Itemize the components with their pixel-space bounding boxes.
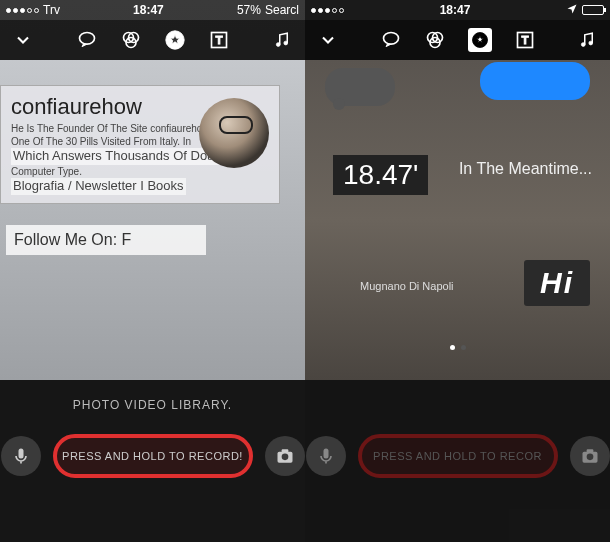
bottom-controls: PHOTO VIDEO LIBRARY. PRESS AND HOLD TO R… — [0, 380, 305, 542]
status-bar: 18:47 — [305, 0, 610, 20]
chat-icon[interactable] — [380, 29, 402, 51]
chevron-down-icon[interactable] — [12, 29, 34, 51]
svg-rect-25 — [586, 449, 593, 452]
status-bar: Trv 18:47 57% Searcl — [0, 0, 305, 20]
screen-left: Trv 18:47 57% Searcl T — [0, 0, 305, 542]
svg-point-20 — [581, 43, 585, 47]
battery-percent: 57% — [237, 3, 261, 17]
top-toolbar: T — [0, 20, 305, 60]
svg-point-24 — [586, 454, 593, 461]
hi-sticker[interactable]: Hi — [524, 260, 590, 306]
avatar — [199, 98, 269, 168]
music-icon[interactable] — [576, 29, 598, 51]
signal-dots — [6, 8, 39, 13]
card-line-3: Which Answers Thousands Of Doubts — [11, 148, 234, 165]
svg-point-13 — [383, 33, 398, 45]
time-overlay[interactable]: 18.47' — [333, 155, 428, 195]
status-time: 18:47 — [133, 3, 164, 17]
card-line-5: Blografia / Newsletter I Books — [11, 178, 186, 195]
profile-card: confiaurehow He Is The Founder Of The Si… — [0, 85, 280, 204]
music-icon[interactable] — [271, 29, 293, 51]
record-label: PRESS AND HOLD TO RECORD! — [62, 450, 243, 462]
svg-rect-22 — [323, 449, 328, 459]
camera-viewport: confiaurehow He Is The Founder Of The Si… — [0, 60, 305, 380]
library-label[interactable]: PHOTO VIDEO LIBRARY. — [73, 398, 232, 412]
record-button[interactable]: PRESS AND HOLD TO RECORD! — [53, 434, 253, 478]
location-label: Mugnano Di Napoli — [360, 280, 454, 292]
message-bubble-blue — [480, 62, 590, 100]
svg-text:T: T — [521, 33, 528, 46]
filter-icon[interactable] — [424, 29, 446, 51]
location-arrow-icon — [566, 3, 578, 18]
signal-dots — [311, 8, 344, 13]
blur-viewport: 18.47' In The Meantime... Mugnano Di Nap… — [305, 60, 610, 380]
top-toolbar: T — [305, 20, 610, 60]
chat-icon[interactable] — [76, 29, 98, 51]
mic-button[interactable] — [1, 436, 41, 476]
meantime-text: In The Meantime... — [459, 160, 592, 178]
text-icon[interactable]: T — [208, 29, 230, 51]
status-time: 18:47 — [440, 3, 471, 17]
record-label: PRESS AND HOLD TO RECOR — [373, 450, 542, 462]
svg-rect-12 — [281, 449, 288, 452]
bottom-controls: PRESS AND HOLD TO RECOR — [305, 380, 610, 542]
camera-button[interactable] — [570, 436, 610, 476]
record-button[interactable]: PRESS AND HOLD TO RECOR — [358, 434, 558, 478]
carrier-label: Trv — [43, 3, 60, 17]
text-icon[interactable]: T — [514, 29, 536, 51]
svg-point-8 — [284, 41, 288, 45]
page-indicator — [450, 345, 466, 350]
svg-point-7 — [276, 43, 280, 47]
svg-point-21 — [589, 41, 593, 45]
svg-text:T: T — [215, 33, 222, 46]
follow-box: Follow Me On: F — [6, 225, 206, 255]
svg-rect-9 — [18, 449, 23, 459]
chevron-down-icon[interactable] — [317, 29, 339, 51]
message-bubble-gray — [325, 68, 395, 106]
svg-point-0 — [79, 33, 94, 45]
mic-button[interactable] — [306, 436, 346, 476]
filter-icon[interactable] — [120, 29, 142, 51]
svg-point-11 — [281, 454, 288, 461]
camera-button[interactable] — [265, 436, 305, 476]
screen-right: 18:47 T — [305, 0, 610, 542]
battery-icon — [582, 5, 604, 15]
star-icon[interactable] — [164, 29, 186, 51]
search-text: Searcl — [265, 3, 299, 17]
star-icon-active[interactable] — [468, 28, 492, 52]
